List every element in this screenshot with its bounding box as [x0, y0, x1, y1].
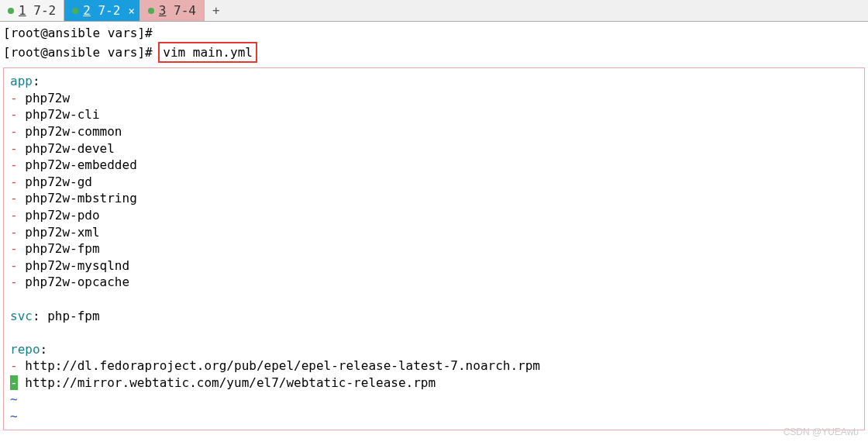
- yaml-key-app: app: [10, 74, 33, 88]
- terminal-area[interactable]: [root@ansible vars]# [root@ansible vars]…: [0, 22, 868, 63]
- tab-2-active[interactable]: 2 7-2 ×: [64, 0, 140, 21]
- yaml-svc-value: php-fpm: [47, 309, 99, 323]
- yaml-key-repo: repo: [10, 342, 40, 357]
- yaml-list-item: - php72w-mysqlnd: [10, 257, 858, 275]
- tab-bar: 1 7-2 2 7-2 × 3 7-4 +: [0, 0, 868, 22]
- yaml-list-item: - php72w-opcache: [10, 274, 858, 291]
- yaml-list-item: - http://dl.fedoraproject.org/pub/epel/e…: [10, 357, 858, 375]
- yaml-key-svc: svc: [10, 309, 33, 323]
- yaml-list-item: - php72w-mbstring: [10, 190, 858, 207]
- tab-label: 2 7-2: [83, 3, 120, 18]
- tab-3[interactable]: 3 7-4: [140, 0, 205, 21]
- yaml-list-item: - http://mirror.webtatic.com/yum/el7/web…: [10, 375, 858, 392]
- add-tab-button[interactable]: +: [205, 2, 228, 19]
- yaml-list-item: - php72w-fpm: [10, 240, 858, 257]
- vim-tilde: ~: [10, 392, 18, 406]
- yaml-list-item: - php72w-xml: [10, 224, 858, 241]
- yaml-list-item: - php72w-devel: [10, 140, 858, 157]
- prompt-line-2: [root@ansible vars]# vim main.yml: [3, 42, 865, 64]
- status-dot-icon: [148, 8, 154, 14]
- status-dot-icon: [72, 8, 78, 14]
- watermark: CSDN @YUEAwb: [784, 426, 859, 437]
- yaml-list-item: - php72w: [10, 90, 858, 107]
- editor-content[interactable]: app: - php72w- php72w-cli- php72w-common…: [3, 67, 865, 430]
- yaml-list-item: - php72w-cli: [10, 106, 858, 123]
- status-dot-icon: [8, 8, 14, 14]
- tab-label: 1 7-2: [19, 3, 56, 18]
- tab-1[interactable]: 1 7-2: [0, 0, 64, 21]
- yaml-list-item: - php72w-embedded: [10, 157, 858, 174]
- close-icon[interactable]: ×: [128, 5, 134, 17]
- prompt-line-1: [root@ansible vars]#: [3, 25, 865, 42]
- command-highlight: vim main.yml: [158, 42, 257, 64]
- tab-label: 3 7-4: [159, 3, 196, 18]
- yaml-list-item: - php72w-common: [10, 123, 858, 140]
- vim-tilde: ~: [10, 409, 18, 423]
- yaml-list-item: - php72w-pdo: [10, 207, 858, 224]
- yaml-list-item: - php72w-gd: [10, 174, 858, 191]
